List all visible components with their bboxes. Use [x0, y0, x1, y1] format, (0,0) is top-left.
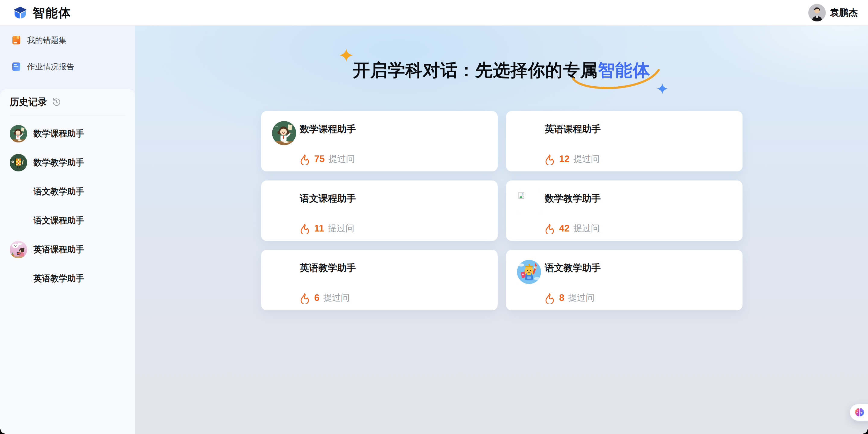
history-item-avatar	[10, 212, 27, 229]
agent-card[interactable]: 语文课程助手 11 提过问	[261, 180, 498, 241]
page-title-prefix: 开启学科对话：先选择你的专属	[353, 60, 598, 80]
agent-name: 英语课程助手	[545, 123, 601, 136]
flame-icon	[544, 223, 555, 234]
flame-icon	[299, 292, 310, 303]
sidebar-nav-item[interactable]: 作业情况报告	[0, 58, 135, 75]
question-count: 75	[314, 154, 324, 165]
agent-card[interactable]: 数学课程助手 75 提过问	[261, 111, 498, 171]
page-title-highlight: 智能体	[598, 60, 650, 80]
question-count: 12	[559, 154, 569, 165]
question-count-label: 提过问	[574, 153, 599, 165]
question-count: 8	[559, 292, 564, 303]
flame-icon	[544, 292, 555, 303]
history-item-label: 数学教学助手	[33, 157, 84, 168]
brain-icon	[854, 407, 865, 417]
question-count-label: 提过问	[568, 292, 594, 304]
agent-card-grid: 数学课程助手 75 提过问 英语课程助手 12 提过问 语文课程助手 11 提过…	[261, 111, 743, 310]
top-bar: 智能体 袁鹏杰	[0, 0, 868, 26]
agent-card[interactable]: 英语教学助手 6 提过问	[261, 250, 498, 310]
agent-question-stat: 8 提过问	[544, 292, 594, 304]
history-item-avatar	[10, 125, 27, 142]
agent-name: 数学教学助手	[545, 192, 601, 205]
history-item-avatar	[10, 241, 27, 258]
question-count-label: 提过问	[328, 223, 354, 234]
question-count-label: 提过问	[323, 292, 349, 304]
history-item-label: 英语教学助手	[33, 273, 84, 284]
agent-question-stat: 12 提过问	[544, 153, 599, 165]
divider	[10, 114, 125, 114]
history-item[interactable]: 英语教学助手	[10, 270, 125, 287]
sidebar: 我的错题集 作业情况报告 历史记录 数学课程助手 数学教学助手 语文教学助手 语…	[0, 26, 135, 434]
agent-name: 英语教学助手	[300, 262, 356, 274]
agent-avatar	[517, 260, 541, 284]
page-title: 开启学科对话：先选择你的专属智能体	[135, 59, 868, 87]
sidebar-nav-item[interactable]: 我的错题集	[0, 32, 135, 49]
app-title: 智能体	[33, 4, 71, 21]
agent-question-stat: 75 提过问	[299, 153, 355, 165]
question-count: 11	[314, 223, 324, 234]
nav-item-label: 我的错题集	[27, 35, 66, 46]
history-item[interactable]: 语文教学助手	[10, 183, 125, 200]
sparkle-blue-icon	[657, 83, 668, 94]
history-item[interactable]: 英语课程助手	[10, 241, 125, 258]
agent-avatar	[272, 121, 296, 145]
flame-icon	[299, 223, 310, 234]
question-count-label: 提过问	[574, 223, 599, 234]
page-title-text: 开启学科对话：先选择你的专属智能体	[353, 59, 650, 81]
agent-card[interactable]: 数学教学助手 42 提过问	[506, 180, 743, 241]
history-item-label: 数学课程助手	[33, 128, 84, 139]
history-item[interactable]: 数学教学助手	[10, 154, 125, 171]
user-avatar	[808, 4, 826, 22]
brand: 智能体	[13, 4, 71, 21]
question-count: 42	[559, 223, 569, 234]
history-item-label: 英语课程助手	[33, 244, 84, 255]
agent-avatar	[517, 191, 541, 214]
agent-name: 数学课程助手	[300, 123, 356, 136]
sparkle-orange-icon	[340, 49, 353, 62]
page: 智能体 袁鹏杰 我的错题集 作业情况报告 历史记录 数学课程助手 数学教学助手 …	[0, 0, 868, 434]
agent-question-stat: 11 提过问	[299, 223, 354, 234]
flame-icon	[544, 154, 555, 165]
report-icon	[11, 62, 21, 71]
history-item[interactable]: 语文课程助手	[10, 212, 125, 229]
history-item[interactable]: 数学课程助手	[10, 125, 125, 142]
sidebar-nav: 我的错题集 作业情况报告	[0, 26, 135, 75]
history-item-avatar	[10, 270, 27, 287]
agent-name: 语文教学助手	[545, 262, 601, 274]
ai-assistant-button[interactable]	[850, 404, 868, 421]
clock-history-icon	[52, 97, 61, 107]
history-item-label: 语文课程助手	[33, 215, 84, 226]
nav-item-label: 作业情况报告	[27, 62, 74, 72]
user-name: 袁鹏杰	[830, 6, 858, 19]
history-list: 数学课程助手 数学教学助手 语文教学助手 语文课程助手 英语课程助手 英语教学助…	[10, 125, 125, 287]
app-logo-icon	[13, 6, 27, 19]
main-content: 开启学科对话：先选择你的专属智能体 数学课程助手 75 提过问 英语课程助手 1…	[135, 26, 868, 434]
agent-card[interactable]: 英语课程助手 12 提过问	[506, 111, 743, 171]
book-icon	[11, 35, 21, 45]
question-count-label: 提过问	[329, 153, 355, 165]
agent-avatar	[272, 260, 296, 284]
user-account[interactable]: 袁鹏杰	[808, 4, 858, 22]
agent-avatar	[517, 121, 541, 145]
history-title: 历史记录	[10, 96, 47, 108]
history-header: 历史记录	[10, 97, 125, 107]
history-item-label: 语文教学助手	[33, 186, 84, 197]
agent-card[interactable]: 语文教学助手 8 提过问	[506, 250, 743, 310]
agent-name: 语文课程助手	[300, 192, 356, 205]
question-count: 6	[314, 292, 319, 303]
history-item-avatar	[10, 154, 27, 171]
agent-question-stat: 6 提过问	[299, 292, 349, 304]
history-panel: 历史记录 数学课程助手 数学教学助手 语文教学助手 语文课程助手 英语课程助手 …	[0, 89, 135, 434]
agent-question-stat: 42 提过问	[544, 223, 599, 234]
history-item-avatar	[10, 183, 27, 200]
flame-icon	[299, 154, 310, 165]
agent-avatar	[272, 191, 296, 214]
